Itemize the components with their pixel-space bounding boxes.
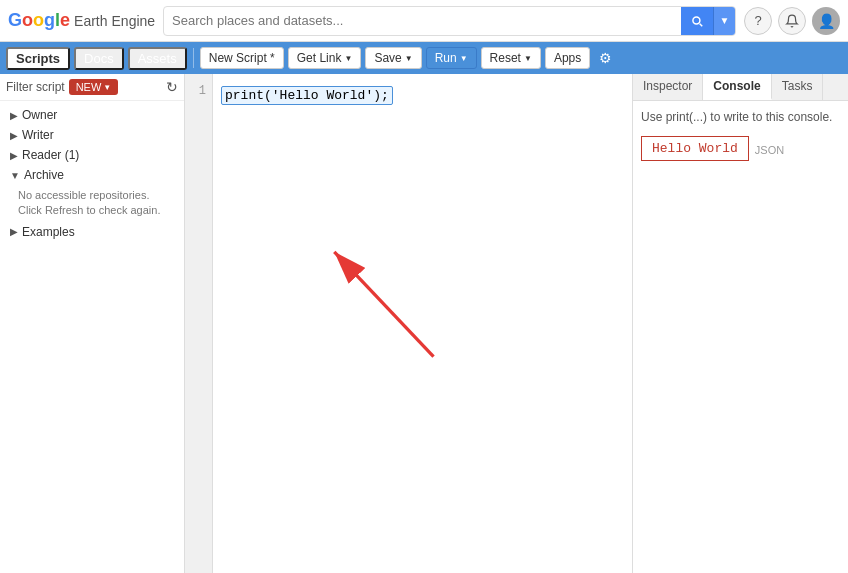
inspector-panel: Inspector Console Tasks Use print(...) t… <box>633 74 848 573</box>
refresh-icon: ↻ <box>166 79 178 95</box>
tree-item-archive[interactable]: ▼ Archive <box>0 165 184 185</box>
tab-assets[interactable]: Assets <box>128 47 187 70</box>
json-label: JSON <box>755 144 784 156</box>
archive-note: No accessible repositories. Click Refres… <box>0 185 184 222</box>
nav-icons: ? 👤 <box>744 7 840 35</box>
chevron-down-icon: ▼ <box>344 54 352 63</box>
search-icon <box>690 14 704 28</box>
apps-button[interactable]: Apps <box>545 47 590 69</box>
tree-item-writer[interactable]: ▶ Writer <box>0 125 184 145</box>
filter-label: Filter script <box>6 80 65 94</box>
logo-o1: o <box>22 10 33 30</box>
tree-label: Archive <box>24 168 64 182</box>
get-link-label: Get Link <box>297 51 342 65</box>
tree-item-examples[interactable]: ▶ Examples <box>0 222 184 242</box>
run-label: Run <box>435 51 457 65</box>
tree-item-owner[interactable]: ▶ Owner <box>0 105 184 125</box>
line-numbers: 1 <box>185 74 213 573</box>
collapse-icon: ▼ <box>10 170 20 181</box>
chevron-down-icon: ▼ <box>524 54 532 63</box>
logo-engine-text: Engine <box>112 13 156 29</box>
search-dropdown-button[interactable]: ▼ <box>713 6 735 36</box>
logo-o2: o <box>33 10 44 30</box>
chevron-down-icon: ▼ <box>103 83 111 92</box>
new-script-button[interactable]: NEW ▼ <box>69 79 119 95</box>
expand-icon: ▶ <box>10 226 18 237</box>
chevron-down-icon: ▼ <box>460 54 468 63</box>
top-navigation: Google Earth Engine ▼ ? 👤 <box>0 0 848 42</box>
tree-item-reader[interactable]: ▶ Reader (1) <box>0 145 184 165</box>
new-script-button[interactable]: New Script * <box>200 47 284 69</box>
logo-e: e <box>60 10 70 30</box>
expand-icon: ▶ <box>10 150 18 161</box>
tab-console[interactable]: Console <box>703 74 771 100</box>
search-input[interactable] <box>164 13 681 28</box>
user-avatar[interactable]: 👤 <box>812 7 840 35</box>
tab-tasks[interactable]: Tasks <box>772 74 824 100</box>
settings-button[interactable]: ⚙ <box>594 48 617 68</box>
tree-label: Examples <box>22 225 75 239</box>
tree-label: Owner <box>22 108 57 122</box>
editor-area: 1 print('Hello World'); <box>185 74 633 573</box>
bell-icon <box>785 14 799 28</box>
inspector-content: Use print(...) to write to this console.… <box>633 101 848 573</box>
refresh-button[interactable]: ↻ <box>166 79 178 95</box>
tab-scripts[interactable]: Scripts <box>6 47 70 70</box>
search-button[interactable] <box>681 6 713 36</box>
apps-label: Apps <box>554 51 581 65</box>
get-link-button[interactable]: Get Link ▼ <box>288 47 362 69</box>
reset-label: Reset <box>490 51 521 65</box>
code-content[interactable]: print('Hello World'); <box>213 74 632 573</box>
line-number: 1 <box>191 82 206 101</box>
toolbar: Scripts Docs Assets New Script * Get Lin… <box>0 42 848 74</box>
code-area: 1 print('Hello World'); <box>185 74 632 573</box>
filter-row: Filter script NEW ▼ ↻ <box>0 74 184 101</box>
arrow-overlay <box>213 74 632 573</box>
code-highlighted: print('Hello World'); <box>221 86 393 105</box>
new-script-label: New Script * <box>209 51 275 65</box>
console-hint: Use print(...) to write to this console. <box>641 109 840 126</box>
tab-docs[interactable]: Docs <box>74 47 124 70</box>
new-label: NEW <box>76 81 102 93</box>
google-earth-engine-logo: Google Earth Engine <box>8 10 155 31</box>
tree-label: Reader (1) <box>22 148 79 162</box>
search-bar: ▼ <box>163 6 736 36</box>
chevron-down-icon: ▼ <box>720 15 730 26</box>
logo-g2: g <box>44 10 55 30</box>
sidebar: Filter script NEW ▼ ↻ ▶ Owner ▶ Writer ▶… <box>0 74 185 573</box>
script-tree: ▶ Owner ▶ Writer ▶ Reader (1) ▼ Archive … <box>0 101 184 573</box>
reset-button[interactable]: Reset ▼ <box>481 47 541 69</box>
logo-g: G <box>8 10 22 30</box>
help-button[interactable]: ? <box>744 7 772 35</box>
expand-icon: ▶ <box>10 130 18 141</box>
notifications-button[interactable] <box>778 7 806 35</box>
main-area: Filter script NEW ▼ ↻ ▶ Owner ▶ Writer ▶… <box>0 74 848 573</box>
console-output-row: Hello World JSON <box>641 136 840 165</box>
console-output-box: Hello World <box>641 136 749 161</box>
gear-icon: ⚙ <box>599 50 612 66</box>
tree-label: Writer <box>22 128 54 142</box>
logo-earth-text: Earth <box>74 13 107 29</box>
toolbar-divider <box>193 48 194 68</box>
svg-line-1 <box>334 252 433 357</box>
chevron-down-icon: ▼ <box>405 54 413 63</box>
run-button[interactable]: Run ▼ <box>426 47 477 69</box>
tab-inspector[interactable]: Inspector <box>633 74 703 100</box>
inspector-tabs: Inspector Console Tasks <box>633 74 848 101</box>
save-button[interactable]: Save ▼ <box>365 47 421 69</box>
save-label: Save <box>374 51 401 65</box>
expand-icon: ▶ <box>10 110 18 121</box>
